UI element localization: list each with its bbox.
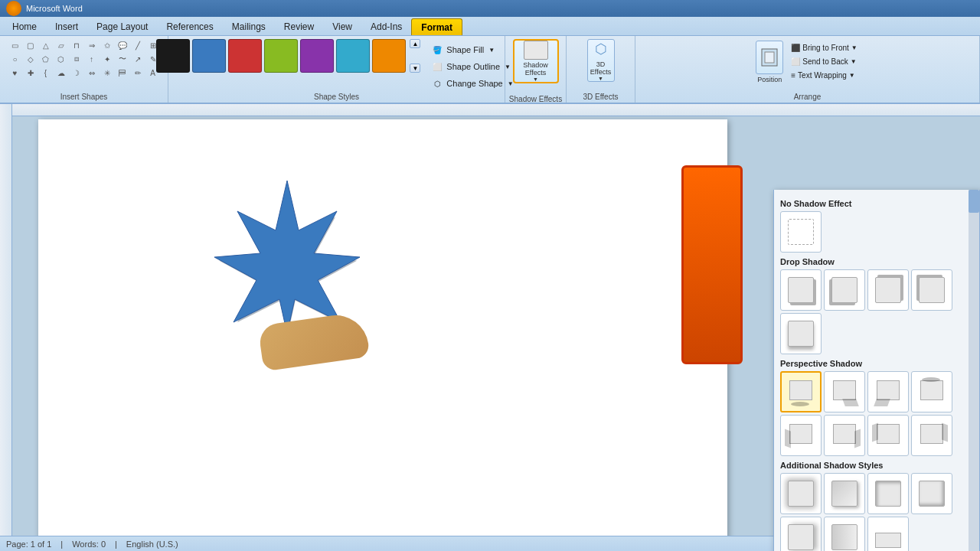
change-shape-btn[interactable]: ⬡ Change Shape ▼ [428, 76, 516, 91]
shape-star5[interactable]: ✩ [100, 39, 114, 51]
shadow-effects-button[interactable]: Shadow Effects ▼ [513, 39, 559, 83]
shape-cylinder[interactable]: ⊓ [70, 39, 83, 51]
color-swatch-cyan[interactable] [336, 39, 370, 73]
color-swatch-red[interactable] [228, 39, 262, 73]
color-swatch-black[interactable] [156, 39, 190, 73]
shape-rectangle[interactable]: ▭ [8, 39, 22, 51]
add-shadow-2[interactable] [824, 473, 865, 514]
color-swatch-orange[interactable] [372, 39, 406, 73]
tab-mailings[interactable]: Mailings [223, 18, 275, 35]
color-swatches-container: ▲ ▼ [156, 39, 420, 75]
shadow-persp-7[interactable] [867, 415, 909, 456]
shadow-effects-dropdown-arrow: ▼ [533, 77, 538, 82]
shape-options-container: 🪣 Shape Fill ▼ ⬜ Shape Outline ▼ ⬡ Chang… [428, 42, 516, 91]
shape-wave[interactable]: 〜 [116, 53, 129, 65]
shape-banner[interactable]: ⛿ [116, 67, 129, 79]
tab-references[interactable]: References [157, 18, 222, 35]
shape-star8[interactable]: ✳ [100, 67, 114, 79]
tab-home[interactable]: Home [3, 18, 46, 35]
shape-cube[interactable]: ⧈ [70, 53, 83, 65]
shadow-drop-center[interactable] [780, 313, 822, 354]
send-back-btn[interactable]: ⬜ Send to Back ▼ [788, 56, 861, 67]
shadow-drop-br[interactable] [780, 269, 822, 311]
shape-moon[interactable]: ☽ [70, 67, 83, 79]
tab-review[interactable]: Review [275, 18, 323, 35]
shadow-drop-tl[interactable] [911, 269, 952, 311]
add-shadow-4[interactable] [911, 473, 952, 514]
shape-parallelogram[interactable]: ▱ [54, 39, 68, 51]
shape-callout[interactable]: 💬 [116, 39, 129, 51]
add-4-inner [919, 481, 945, 507]
text-wrap-label: Text Wrapping [798, 71, 847, 80]
add-shadow-6[interactable] [824, 517, 865, 551]
color-swatch-purple[interactable] [300, 39, 334, 73]
scroll-thumb[interactable] [969, 190, 979, 213]
add-shadow-3[interactable] [867, 473, 909, 514]
group-arrange: Position ⬛ Bring to Front ▼ ⬜ Send to Ba… [635, 36, 980, 103]
shadow-none-inner [788, 219, 814, 245]
style-scroll-down[interactable]: ▼ [410, 64, 420, 73]
shadow-persp-2[interactable] [824, 371, 865, 412]
shadow-panel-inner: No Shadow Effect Drop Shadow [774, 190, 979, 551]
tab-format[interactable]: Format [411, 18, 462, 35]
add-shadow-1[interactable] [780, 473, 822, 514]
tab-add-ins[interactable]: Add-Ins [361, 18, 411, 35]
shape-diamond[interactable]: ◇ [24, 53, 38, 65]
shadow-item-none[interactable] [780, 211, 822, 253]
shape-triangle[interactable]: △ [39, 39, 53, 51]
document-page[interactable] [38, 119, 727, 551]
text-wrap-btn[interactable]: ≡ Text Wrapping ▼ [788, 70, 861, 81]
effects-3d-icon: ⬡ [595, 41, 607, 57]
app-logo [6, 1, 21, 16]
shape-line[interactable]: ╱ [131, 39, 145, 51]
tab-view[interactable]: View [323, 18, 361, 35]
position-btn[interactable]: Position [754, 39, 785, 85]
shadow-panel-scrollbar[interactable] [969, 190, 979, 551]
add-5-inner [788, 524, 814, 550]
shape-fill-btn[interactable]: 🪣 Shape Fill ▼ [428, 42, 516, 57]
orange-rectangle[interactable] [681, 165, 743, 364]
shape-heart[interactable]: ♥ [8, 67, 22, 79]
tab-insert[interactable]: Insert [46, 18, 87, 35]
svg-marker-3 [214, 181, 360, 334]
shape-pentagon[interactable]: ⬠ [39, 53, 53, 65]
group-shadow-effects: Shadow Effects ▼ Shadow Effects [505, 36, 567, 103]
shape-up-arrow[interactable]: ↑ [85, 53, 99, 65]
add-shadow-7[interactable] [867, 517, 909, 551]
3d-effects-label: 3D Effects [567, 93, 635, 101]
bring-front-btn[interactable]: ⬛ Bring to Front ▼ [788, 42, 861, 54]
shape-outline-btn[interactable]: ⬜ Shape Outline ▼ [428, 59, 516, 74]
additional-shadow-title: Additional Shadow Styles [780, 461, 964, 470]
style-scroll-up[interactable]: ▲ [410, 39, 420, 48]
shadow-persp-8[interactable] [911, 415, 952, 456]
shadow-persp-6[interactable] [824, 415, 865, 456]
shape-right-arrow[interactable]: ⇒ [85, 39, 99, 51]
shape-cross[interactable]: ✚ [24, 67, 38, 79]
add-7-inner [875, 533, 901, 548]
shadow-persp-5[interactable] [780, 415, 822, 456]
shape-star4[interactable]: ✦ [100, 53, 114, 65]
color-swatch-blue[interactable] [192, 39, 226, 73]
insert-shapes-label: Insert Shapes [0, 93, 168, 101]
shadow-persp-3[interactable] [867, 371, 909, 412]
shadow-drop-bl[interactable] [824, 269, 865, 311]
shape-hexagon[interactable]: ⬡ [54, 53, 68, 65]
shape-rounded-rect[interactable]: ▢ [24, 39, 38, 51]
shadow-persp-1[interactable] [780, 371, 822, 412]
change-shape-icon: ⬡ [431, 77, 443, 90]
shape-connector[interactable]: ↗ [131, 53, 145, 65]
shape-double-arrow[interactable]: ⇔ [85, 67, 99, 79]
tab-page-layout[interactable]: Page Layout [87, 18, 157, 35]
effects-btn[interactable]: ⬡ 3D Effects ▼ [587, 39, 615, 82]
send-back-arrow: ▼ [851, 58, 857, 65]
shadow-persp-4[interactable] [911, 371, 952, 412]
shape-draw[interactable]: ✏ [131, 67, 145, 79]
shape-oval[interactable]: ○ [8, 53, 22, 65]
shape-cloud[interactable]: ☁ [54, 67, 68, 79]
color-swatch-green[interactable] [264, 39, 298, 73]
drop-tl-inner [919, 277, 945, 303]
add-shadow-5[interactable] [780, 517, 822, 551]
shadow-drop-tr[interactable] [867, 269, 909, 311]
shape-brace[interactable]: { [39, 67, 53, 79]
starburst-shape[interactable] [153, 173, 421, 341]
